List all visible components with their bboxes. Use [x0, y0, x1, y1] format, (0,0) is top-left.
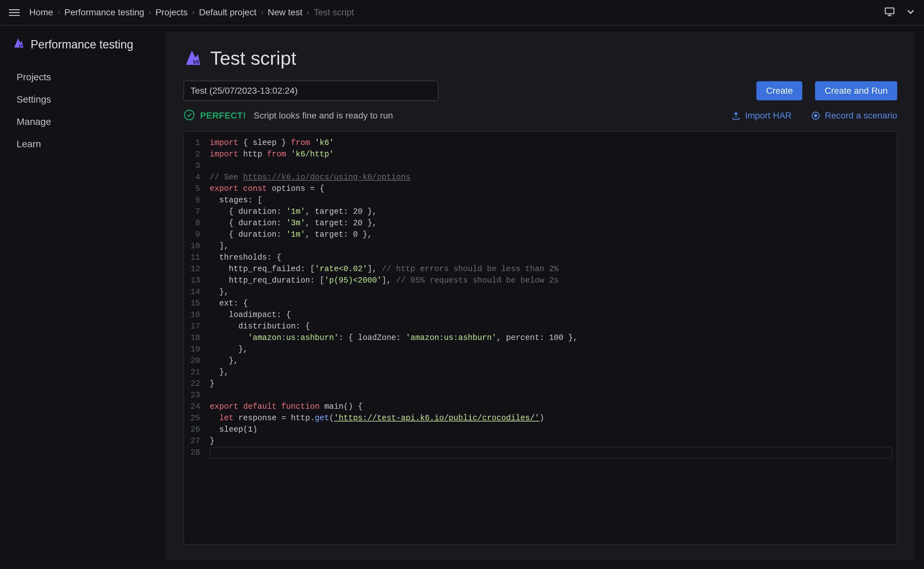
- sidebar-item-manage[interactable]: Manage: [13, 111, 153, 133]
- sidebar-item-projects[interactable]: Projects: [13, 66, 153, 88]
- chevron-right-icon: ›: [58, 8, 60, 17]
- code-line[interactable]: 27}: [184, 435, 897, 447]
- status-badge: PERFECT!: [200, 111, 246, 121]
- code-line[interactable]: 28: [184, 447, 897, 458]
- code-content[interactable]: },: [210, 286, 229, 298]
- line-number: 18: [184, 332, 210, 344]
- code-line[interactable]: 3: [184, 160, 897, 172]
- code-content[interactable]: import http from 'k6/http': [210, 149, 334, 160]
- code-content[interactable]: import { sleep } from 'k6': [210, 137, 334, 149]
- create-button[interactable]: Create: [757, 81, 802, 100]
- layout: k6 Performance testing Projects Settings…: [0, 26, 924, 569]
- status-message: Script looks fine and is ready to run: [254, 111, 393, 121]
- code-content[interactable]: }: [210, 435, 215, 447]
- crumb-default-project[interactable]: Default project: [199, 7, 256, 18]
- code-line[interactable]: 9 { duration: '1m', target: 0 },: [184, 229, 897, 240]
- code-line[interactable]: 24export default function main() {: [184, 401, 897, 412]
- title-row: k6 Test script: [184, 47, 897, 69]
- crumb-projects[interactable]: Projects: [155, 7, 188, 18]
- code-line[interactable]: 6 stages: [: [184, 195, 897, 206]
- chevron-right-icon: ›: [307, 8, 309, 17]
- crumb-perf-testing[interactable]: Performance testing: [64, 7, 144, 18]
- check-circle-icon: [184, 109, 195, 122]
- code-content[interactable]: http_req_failed: ['rate<0.02'], // http …: [210, 263, 559, 275]
- chevron-down-icon[interactable]: [905, 6, 916, 19]
- code-content[interactable]: },: [210, 344, 248, 355]
- code-content[interactable]: export const options = {: [210, 183, 324, 195]
- code-line[interactable]: 22}: [184, 378, 897, 389]
- code-content[interactable]: ],: [210, 240, 229, 252]
- record-icon: [811, 111, 820, 120]
- code-line[interactable]: 7 { duration: '1m', target: 20 },: [184, 206, 897, 218]
- line-number: 27: [184, 435, 210, 447]
- code-content[interactable]: // See https://k6.io/docs/using-k6/optio…: [210, 172, 410, 183]
- code-content[interactable]: distribution: {: [210, 321, 310, 332]
- test-name-input[interactable]: [184, 81, 438, 101]
- record-scenario-button[interactable]: Record a scenario: [811, 111, 897, 121]
- topbar: Home › Performance testing › Projects › …: [0, 0, 924, 26]
- code-content[interactable]: stages: [: [210, 195, 262, 206]
- monitor-icon[interactable]: [884, 6, 895, 19]
- crumb-new-test[interactable]: New test: [268, 7, 302, 18]
- line-number: 11: [184, 252, 210, 263]
- line-number: 19: [184, 344, 210, 355]
- upload-icon: [731, 111, 741, 120]
- code-content[interactable]: { duration: '1m', target: 20 },: [210, 206, 377, 218]
- code-content[interactable]: },: [210, 367, 229, 378]
- line-number: 14: [184, 286, 210, 298]
- code-line[interactable]: 17 distribution: {: [184, 321, 897, 332]
- svg-rect-0: [886, 8, 894, 14]
- code-editor[interactable]: 1import { sleep } from 'k6'2import http …: [184, 131, 897, 545]
- line-number: 1: [184, 137, 210, 149]
- code-line[interactable]: 10 ],: [184, 240, 897, 252]
- line-number: 9: [184, 229, 210, 240]
- code-line[interactable]: 19 },: [184, 344, 897, 355]
- code-line[interactable]: 12 http_req_failed: ['rate<0.02'], // ht…: [184, 263, 897, 275]
- code-content[interactable]: },: [210, 355, 238, 367]
- code-line[interactable]: 1import { sleep } from 'k6': [184, 137, 897, 149]
- code-content[interactable]: sleep(1): [210, 424, 257, 435]
- code-content[interactable]: export default function main() {: [210, 401, 362, 412]
- code-content[interactable]: { duration: '1m', target: 0 },: [210, 229, 372, 240]
- code-line[interactable]: 21 },: [184, 367, 897, 378]
- code-content[interactable]: }: [210, 378, 215, 389]
- code-content[interactable]: loadimpact: {: [210, 309, 291, 321]
- code-line[interactable]: 23: [184, 389, 897, 401]
- code-content[interactable]: 'amazon:us:ashburn': { loadZone: 'amazon…: [210, 332, 578, 344]
- code-line[interactable]: 13 http_req_duration: ['p(95)<2000'], //…: [184, 275, 897, 286]
- k6-logo-icon: k6: [13, 37, 25, 52]
- code-content[interactable]: http_req_duration: ['p(95)<2000'], // 95…: [210, 275, 559, 286]
- crumb-home[interactable]: Home: [29, 7, 53, 18]
- code-line[interactable]: 8 { duration: '3m', target: 20 },: [184, 218, 897, 229]
- line-number: 7: [184, 206, 210, 218]
- import-har-label: Import HAR: [745, 111, 792, 121]
- code-line[interactable]: 11 thresholds: {: [184, 252, 897, 263]
- code-line[interactable]: 5export const options = {: [184, 183, 897, 195]
- code-content[interactable]: let response = http.get('https://test-ap…: [210, 412, 544, 424]
- code-line[interactable]: 15 ext: {: [184, 298, 897, 309]
- sidebar-item-settings[interactable]: Settings: [13, 88, 153, 111]
- code-line[interactable]: 4// See https://k6.io/docs/using-k6/opti…: [184, 172, 897, 183]
- code-line[interactable]: 25 let response = http.get('https://test…: [184, 412, 897, 424]
- line-number: 8: [184, 218, 210, 229]
- code-line[interactable]: 2import http from 'k6/http': [184, 149, 897, 160]
- create-and-run-button[interactable]: Create and Run: [815, 81, 897, 100]
- line-number: 6: [184, 195, 210, 206]
- sidebar-title-label: Performance testing: [30, 38, 133, 51]
- sidebar-title: k6 Performance testing: [13, 37, 153, 52]
- code-content[interactable]: thresholds: {: [210, 252, 282, 263]
- code-line[interactable]: 14 },: [184, 286, 897, 298]
- code-line[interactable]: 20 },: [184, 355, 897, 367]
- line-number: 22: [184, 378, 210, 389]
- crumb-current: Test script: [314, 7, 354, 18]
- import-har-button[interactable]: Import HAR: [731, 111, 792, 121]
- code-content[interactable]: ext: {: [210, 298, 248, 309]
- line-number: 13: [184, 275, 210, 286]
- code-content[interactable]: { duration: '3m', target: 20 },: [210, 218, 377, 229]
- code-line[interactable]: 18 'amazon:us:ashburn': { loadZone: 'ama…: [184, 332, 897, 344]
- code-line[interactable]: 26 sleep(1): [184, 424, 897, 435]
- hamburger-menu-icon[interactable]: [8, 6, 21, 19]
- code-line[interactable]: 16 loadimpact: {: [184, 309, 897, 321]
- sidebar-item-learn[interactable]: Learn: [13, 133, 153, 155]
- page-title: Test script: [210, 47, 296, 69]
